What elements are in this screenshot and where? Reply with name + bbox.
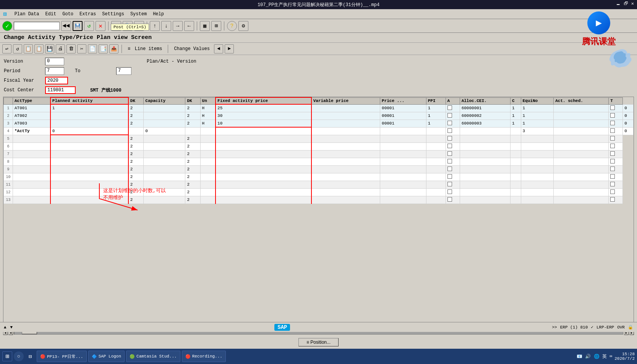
cell-equino[interactable] bbox=[521, 165, 554, 173]
cell-dk1[interactable] bbox=[128, 127, 144, 135]
col-un[interactable]: Un bbox=[200, 97, 216, 104]
cell-alloc[interactable] bbox=[460, 196, 510, 204]
col-alloc[interactable]: Alloc.CEI. bbox=[460, 97, 510, 104]
forward-button[interactable]: → bbox=[173, 21, 183, 31]
taskbar-app-camtasia[interactable]: 🟢 Camtasia Stud... bbox=[126, 351, 180, 362]
cell-ppi[interactable]: 1 bbox=[426, 104, 446, 112]
cell-fixed-price[interactable] bbox=[216, 142, 311, 150]
cell-equino[interactable] bbox=[521, 173, 554, 181]
cell-un[interactable] bbox=[200, 127, 216, 135]
cell-a[interactable] bbox=[446, 165, 460, 173]
cell-t[interactable] bbox=[609, 196, 623, 204]
cell-acttype[interactable]: *ActTy bbox=[13, 127, 50, 135]
cut-button[interactable]: ✂ bbox=[77, 44, 86, 53]
cell-sched[interactable] bbox=[554, 181, 609, 188]
cell-t[interactable] bbox=[609, 181, 623, 188]
cell-capacity[interactable] bbox=[144, 173, 185, 181]
cell-price[interactable] bbox=[380, 188, 426, 196]
cell-ppi[interactable] bbox=[426, 196, 446, 204]
cell-fixed-price[interactable] bbox=[216, 150, 311, 158]
cell-alloc[interactable]: 60000001 bbox=[460, 104, 510, 112]
settings-button[interactable]: ⚙ bbox=[238, 21, 248, 31]
cell-alloc[interactable]: 60000002 bbox=[460, 112, 510, 120]
cell-fixed-price[interactable] bbox=[216, 173, 311, 181]
cell-alloc[interactable] bbox=[460, 158, 510, 165]
cell-price[interactable] bbox=[380, 158, 426, 165]
cell-var-price[interactable] bbox=[311, 188, 380, 196]
cell-price[interactable]: 00001 bbox=[380, 104, 426, 112]
grid-button[interactable]: ⊞ bbox=[211, 21, 221, 31]
cell-un[interactable]: H bbox=[200, 112, 216, 120]
cell-sched[interactable] bbox=[554, 196, 609, 204]
cell-dk2[interactable]: 2 bbox=[185, 142, 200, 150]
cell-fixed-price[interactable]: 10 bbox=[216, 120, 311, 127]
cell-dk2[interactable]: 2 bbox=[185, 120, 200, 127]
cell-un[interactable]: H bbox=[200, 120, 216, 127]
save-button[interactable] bbox=[73, 21, 83, 31]
layout-button[interactable]: ▦ bbox=[200, 21, 210, 31]
command-input[interactable] bbox=[14, 22, 60, 30]
cell-sched[interactable] bbox=[554, 135, 609, 142]
cell-capacity[interactable] bbox=[144, 196, 185, 204]
menu-edit[interactable]: Edit bbox=[45, 11, 56, 17]
cell-ppi[interactable] bbox=[426, 150, 446, 158]
to-value[interactable]: 7 bbox=[116, 67, 131, 75]
cell-dk2[interactable]: 2 bbox=[185, 188, 200, 196]
cell-alloc[interactable] bbox=[460, 181, 510, 188]
col-acttype[interactable]: ActType bbox=[13, 97, 50, 104]
cell-ppi[interactable] bbox=[426, 181, 446, 188]
cell-un[interactable] bbox=[200, 135, 216, 142]
backward-button[interactable]: ← bbox=[184, 21, 194, 31]
cell-planned[interactable] bbox=[50, 150, 128, 158]
cell-dk1[interactable]: 2 bbox=[128, 173, 144, 181]
cell-t[interactable] bbox=[609, 150, 623, 158]
cell-acttype[interactable]: AT002 bbox=[13, 112, 50, 120]
paste2-button[interactable]: 📑 bbox=[99, 44, 108, 53]
col-dk1[interactable]: DK bbox=[128, 97, 144, 104]
col-ppi[interactable]: PPI bbox=[426, 97, 446, 104]
upload-button[interactable]: ↑ bbox=[150, 21, 160, 31]
edit1-button[interactable]: ↩ bbox=[2, 44, 11, 53]
undo-button[interactable]: ↺ bbox=[13, 44, 22, 53]
cell-c[interactable] bbox=[510, 165, 521, 173]
cell-alloc[interactable]: 60000003 bbox=[460, 120, 510, 127]
cell-fixed-price[interactable]: 30 bbox=[216, 112, 311, 120]
cell-t[interactable] bbox=[609, 135, 623, 142]
cell-acttype[interactable] bbox=[13, 150, 50, 158]
green-confirm-button[interactable]: ✓ bbox=[2, 21, 12, 31]
cell-price[interactable] bbox=[380, 181, 426, 188]
cell-ppi[interactable]: 1 bbox=[426, 112, 446, 120]
scroll-down-icon[interactable]: ▼ bbox=[10, 325, 13, 330]
cell-c[interactable] bbox=[510, 196, 521, 204]
cell-c[interactable] bbox=[510, 135, 521, 142]
cell-un[interactable] bbox=[200, 188, 216, 196]
cell-var-price[interactable] bbox=[311, 112, 380, 120]
cell-price[interactable] bbox=[380, 173, 426, 181]
cell-t[interactable] bbox=[609, 112, 623, 120]
cell-sched[interactable] bbox=[554, 104, 609, 112]
cell-price[interactable] bbox=[380, 165, 426, 173]
cell-dk1[interactable]: 2 bbox=[128, 104, 144, 112]
cell-dk1[interactable]: 2 bbox=[128, 188, 144, 196]
cell-un[interactable] bbox=[200, 158, 216, 165]
cell-un[interactable] bbox=[200, 142, 216, 150]
cell-dk1[interactable]: 2 bbox=[128, 196, 144, 204]
cell-dk1[interactable]: 2 bbox=[128, 165, 144, 173]
cell-acttype[interactable] bbox=[13, 165, 50, 173]
taskbar-app-recording[interactable]: 🔴 Recording... bbox=[182, 351, 226, 362]
help-button[interactable]: ? bbox=[227, 21, 237, 31]
cell-fixed-price[interactable] bbox=[216, 135, 311, 142]
cell-a[interactable] bbox=[446, 181, 460, 188]
cell-planned[interactable] bbox=[50, 142, 128, 150]
position-button[interactable]: ≡ Position... bbox=[298, 338, 339, 346]
cell-capacity[interactable] bbox=[144, 165, 185, 173]
print2-button[interactable]: 🖨 bbox=[56, 44, 65, 53]
cell-fixed-price[interactable]: 25 bbox=[216, 104, 311, 112]
cell-c[interactable] bbox=[510, 127, 521, 135]
cell-var-price[interactable] bbox=[311, 165, 380, 173]
cell-ppi[interactable] bbox=[426, 165, 446, 173]
menu-plan-data[interactable]: Plan Data bbox=[15, 11, 39, 17]
cell-sched[interactable] bbox=[554, 165, 609, 173]
menu-settings[interactable]: Settings bbox=[102, 11, 124, 17]
cell-capacity[interactable] bbox=[144, 142, 185, 150]
